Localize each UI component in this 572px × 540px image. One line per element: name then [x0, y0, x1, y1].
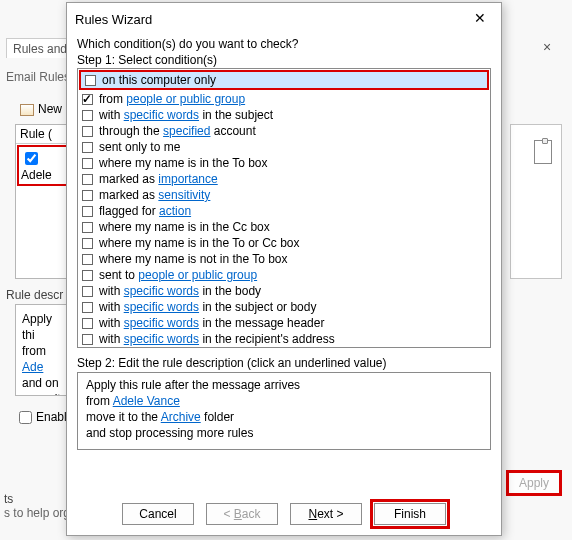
email-rules-label: Email Rules: [6, 70, 70, 84]
condition-row[interactable]: where my name is in the To box: [78, 155, 490, 171]
wizard-close-button[interactable]: ✕: [467, 8, 493, 30]
step1-label: Step 1: Select condition(s): [77, 53, 491, 67]
condition-link[interactable]: specific words: [124, 300, 199, 314]
condition-row[interactable]: sent only to me: [78, 139, 490, 155]
rules-list: Rule ( Adele: [15, 124, 70, 279]
condition-text: where my name is in the Cc box: [99, 219, 270, 235]
condition-text: with specific words in the recipient's a…: [99, 331, 335, 347]
condition-row[interactable]: from people or public group: [78, 91, 490, 107]
condition-checkbox[interactable]: [82, 190, 93, 201]
condition-text: flagged for action: [99, 203, 191, 219]
rule-description-line: and on: [22, 375, 63, 391]
condition-row[interactable]: with specific words in the subject or bo…: [78, 299, 490, 315]
condition-text: sent to people or public group: [99, 267, 257, 283]
condition-text: with specific words in the message heade…: [99, 315, 324, 331]
condition-link[interactable]: sensitivity: [158, 188, 210, 202]
condition-row[interactable]: with specific words in the message heade…: [78, 315, 490, 331]
condition-text: with specific words in the subject: [99, 107, 273, 123]
desc-folder-link[interactable]: Archive: [161, 410, 201, 424]
cancel-button[interactable]: Cancel: [122, 503, 194, 525]
condition-text: with specific words in the body: [99, 283, 261, 299]
condition-row[interactable]: marked as sensitivity: [78, 187, 490, 203]
condition-text: marked as importance: [99, 171, 218, 187]
condition-row[interactable]: where my name is not in the To box: [78, 251, 490, 267]
condition-row[interactable]: on this computer only: [79, 70, 489, 90]
condition-link[interactable]: people or public group: [126, 92, 245, 106]
condition-checkbox[interactable]: [82, 254, 93, 265]
condition-checkbox[interactable]: [82, 222, 93, 233]
condition-link[interactable]: specific words: [124, 316, 199, 330]
condition-link[interactable]: specific words: [124, 108, 199, 122]
enable-rules-checkbox[interactable]: [19, 411, 32, 424]
condition-checkbox[interactable]: [82, 286, 93, 297]
condition-checkbox[interactable]: [82, 174, 93, 185]
condition-text: on this computer only: [102, 72, 216, 88]
condition-checkbox[interactable]: [82, 206, 93, 217]
condition-row[interactable]: marked as importance: [78, 171, 490, 187]
condition-text: marked as sensitivity: [99, 187, 210, 203]
condition-text: where my name is in the To or Cc box: [99, 235, 300, 251]
condition-checkbox[interactable]: [82, 158, 93, 169]
rule-enabled-checkbox[interactable]: [25, 152, 38, 165]
condition-row[interactable]: with specific words in the subject: [78, 107, 490, 123]
rule-description-line: Apply thi: [22, 311, 63, 343]
rule-description-label: Rule descr: [6, 288, 63, 302]
condition-link[interactable]: importance: [158, 172, 217, 186]
desc-line: move it to the Archive folder: [86, 409, 482, 425]
condition-text: through the specified account: [99, 123, 256, 139]
condition-row[interactable]: where my name is in the To or Cc box: [78, 235, 490, 251]
condition-checkbox[interactable]: [82, 238, 93, 249]
desc-line: Apply this rule after the message arrive…: [86, 377, 482, 393]
condition-checkbox[interactable]: [85, 75, 96, 86]
condition-checkbox[interactable]: [82, 302, 93, 313]
condition-row[interactable]: with specific words in the sender's addr…: [78, 347, 490, 348]
condition-text: sent only to me: [99, 139, 180, 155]
condition-row[interactable]: where my name is in the Cc box: [78, 219, 490, 235]
footer-fragment-top: ts: [4, 492, 13, 506]
condition-checkbox[interactable]: [82, 270, 93, 281]
rule-from-link[interactable]: Ade: [22, 360, 43, 374]
condition-text: from people or public group: [99, 91, 245, 107]
condition-text: with specific words in the sender's addr…: [99, 347, 326, 348]
preview-icon: [530, 140, 558, 168]
rules-and-alerts-close-icon[interactable]: ×: [532, 38, 562, 58]
condition-row[interactable]: through the specified account: [78, 123, 490, 139]
wizard-question: Which condition(s) do you want to check?: [77, 37, 491, 51]
condition-row[interactable]: flagged for action: [78, 203, 490, 219]
desc-line: from Adele Vance: [86, 393, 482, 409]
wizard-button-row: Cancel < Back Next > Finish: [67, 503, 501, 525]
step2-label: Step 2: Edit the rule description (click…: [77, 356, 491, 370]
condition-checkbox[interactable]: [82, 142, 93, 153]
apply-button[interactable]: Apply: [506, 470, 562, 496]
condition-link[interactable]: specific words: [124, 332, 199, 346]
condition-link[interactable]: specified: [163, 124, 210, 138]
rules-list-header: Rule (: [16, 125, 69, 144]
rule-description-line: from Ade: [22, 343, 63, 375]
condition-text: with specific words in the subject or bo…: [99, 299, 316, 315]
rule-name: Adele: [21, 168, 52, 182]
rule-description-line: move it t: [22, 391, 63, 396]
condition-link[interactable]: specific words: [124, 284, 199, 298]
condition-link[interactable]: action: [159, 204, 191, 218]
condition-row[interactable]: sent to people or public group: [78, 267, 490, 283]
enable-rules-option[interactable]: Enable: [15, 408, 73, 427]
condition-row[interactable]: with specific words in the recipient's a…: [78, 331, 490, 347]
next-button[interactable]: Next >: [290, 503, 362, 525]
rules-wizard-dialog: Rules Wizard ✕ Which condition(s) do you…: [66, 2, 502, 536]
condition-text: where my name is in the To box: [99, 155, 268, 171]
rule-description-editor: Apply this rule after the message arrive…: [77, 372, 491, 450]
wizard-title: Rules Wizard: [75, 12, 152, 27]
conditions-list[interactable]: on this computer onlyfrom people or publ…: [77, 68, 491, 348]
rule-description-box: Apply thi from Ade and on move it t and …: [15, 304, 70, 396]
condition-checkbox[interactable]: [82, 126, 93, 137]
desc-from-link[interactable]: Adele Vance: [113, 394, 180, 408]
rules-list-row[interactable]: Adele: [17, 145, 68, 186]
condition-link[interactable]: people or public group: [138, 268, 257, 282]
condition-row[interactable]: with specific words in the body: [78, 283, 490, 299]
condition-checkbox[interactable]: [82, 334, 93, 345]
condition-checkbox[interactable]: [82, 94, 93, 105]
condition-checkbox[interactable]: [82, 110, 93, 121]
finish-button[interactable]: Finish: [374, 503, 446, 525]
condition-checkbox[interactable]: [82, 318, 93, 329]
back-button[interactable]: < Back: [206, 503, 278, 525]
